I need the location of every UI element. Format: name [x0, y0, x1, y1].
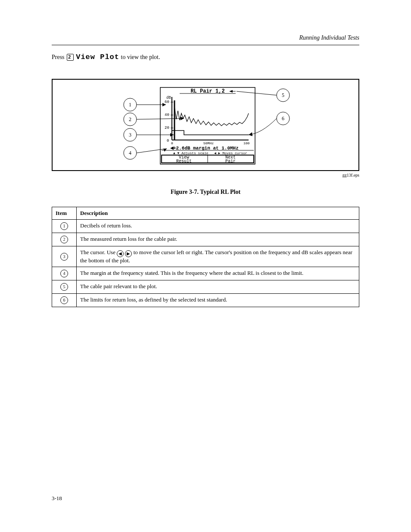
- svg-marker-28: [249, 132, 252, 136]
- row-num-5: 5: [60, 283, 68, 291]
- ytick-0: 0: [167, 139, 169, 143]
- row-num-2: 2: [60, 236, 68, 243]
- right-arrow-icon: ▶: [125, 250, 132, 257]
- ytick-60: 60: [165, 100, 169, 104]
- intro-suffix: to view the plot.: [121, 54, 160, 60]
- key-2-icon: 2: [67, 54, 74, 61]
- intro-prefix: Press: [52, 54, 66, 60]
- ylabel: dB: [166, 96, 171, 100]
- left-arrow-icon: ◀: [117, 250, 124, 257]
- rl-trace: [174, 106, 249, 126]
- ytick-40: 40: [165, 113, 169, 117]
- row-num-3: 3: [60, 253, 68, 261]
- row-desc-2: The measured return loss for the cable p…: [77, 233, 359, 246]
- page-header: Running Individual Tests: [52, 0, 359, 45]
- table-row: 3 The cursor. Use ◀ ▶ to move the cursor…: [52, 246, 359, 267]
- btn-pair: Pair: [225, 159, 236, 164]
- callout-6: 6: [282, 115, 284, 121]
- row-num-4: 4: [60, 270, 68, 277]
- row-desc-5: The cable pair relevant to the plot.: [77, 280, 359, 294]
- callout-3: 3: [129, 132, 131, 138]
- row-num-1: 1: [60, 222, 68, 230]
- view-plot-mono: View Plot: [76, 53, 119, 61]
- table-row: 5 The cable pair relevant to the plot.: [52, 280, 359, 294]
- callout-1: 1: [129, 102, 131, 108]
- svg-marker-3: [229, 90, 233, 93]
- svg-line-23: [137, 149, 167, 153]
- callout-2: 2: [129, 116, 131, 122]
- callout-4: 4: [129, 150, 131, 156]
- table-row: 6 The limits for return loss, as defined…: [52, 294, 359, 307]
- row-desc-1: Decibels of return loss.: [77, 220, 359, 233]
- xtick-100: 100: [243, 141, 250, 145]
- page-number: 3-18: [52, 495, 62, 502]
- figure-box: RL Pair 1,2 dB 60 40 20 0 0 50MHz 100: [52, 79, 359, 171]
- help-right: ◀ ▶ Moves cursor: [214, 151, 247, 155]
- table-row: 4 The margin at the frequency stated. Th…: [52, 267, 359, 280]
- th-desc: Description: [77, 207, 359, 220]
- row-num-6: 6: [60, 296, 68, 304]
- figure-code: gg13f.eps: [52, 173, 359, 177]
- btn-result: Result: [176, 159, 192, 164]
- intro-line: Press 2 View Plot to view the plot.: [52, 53, 359, 62]
- xtick-50: 50MHz: [203, 141, 214, 145]
- xtick-0: 0: [171, 141, 173, 145]
- help-left: ▲ ▼ Adjusts scale: [173, 151, 209, 155]
- table-row: 1 Decibels of return loss.: [52, 220, 359, 233]
- svg-marker-9: [170, 146, 174, 150]
- svg-line-26: [237, 91, 277, 95]
- figure-caption: Figure 3-7. Typical RL Plot: [52, 189, 359, 196]
- row-desc-6: The limits for return loss, as defined b…: [77, 294, 359, 307]
- limit-line: [172, 131, 249, 135]
- callout-5: 5: [282, 92, 284, 98]
- table-row: 2 The measured return loss for the cable…: [52, 233, 359, 246]
- ytick-20: 20: [165, 126, 169, 130]
- margin-text: +2.6dB margin at 1.0MHz: [173, 146, 239, 151]
- row-desc-3: The cursor. Use ◀ ▶ to move the cursor l…: [77, 246, 359, 267]
- rl-plot-svg: RL Pair 1,2 dB 60 40 20 0 0 50MHz 100: [53, 80, 358, 170]
- row-desc-4: The margin at the frequency stated. This…: [77, 267, 359, 280]
- th-item: Item: [52, 207, 77, 220]
- description-table: Item Description 1 Decibels of return lo…: [52, 207, 359, 307]
